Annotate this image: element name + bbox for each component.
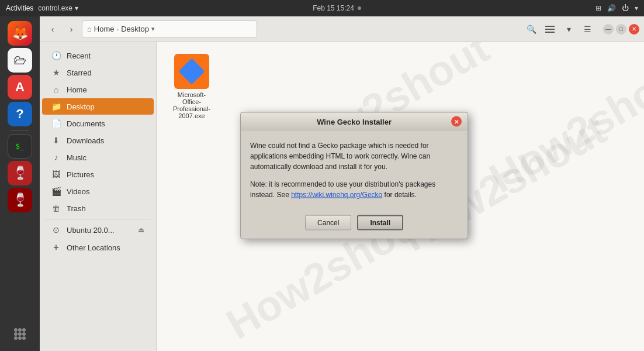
dialog-close-button[interactable]: ✕ — [451, 116, 462, 127]
wine-gecko-dialog: Wine Gecko Installer ✕ Wine could not fi… — [240, 112, 468, 239]
dialog-message-3: for details. — [385, 191, 417, 199]
dialog-overlay: Wine Gecko Installer ✕ Wine could not fi… — [0, 0, 644, 351]
dialog-message-2: Note: it is recommended to use your dist… — [250, 179, 458, 200]
dialog-body: Wine could not find a Gecko package whic… — [241, 131, 468, 209]
dialog-message-1: Wine could not find a Gecko package whic… — [250, 140, 458, 172]
dialog-title: Wine Gecko Installer — [257, 117, 451, 126]
dialog-link[interactable]: https://wiki.winehq.org/Gecko — [291, 191, 382, 199]
cancel-button[interactable]: Cancel — [305, 215, 351, 230]
dialog-titlebar: Wine Gecko Installer ✕ — [241, 113, 468, 131]
install-button[interactable]: Install — [357, 215, 403, 230]
dialog-footer: Cancel Install — [241, 209, 468, 239]
